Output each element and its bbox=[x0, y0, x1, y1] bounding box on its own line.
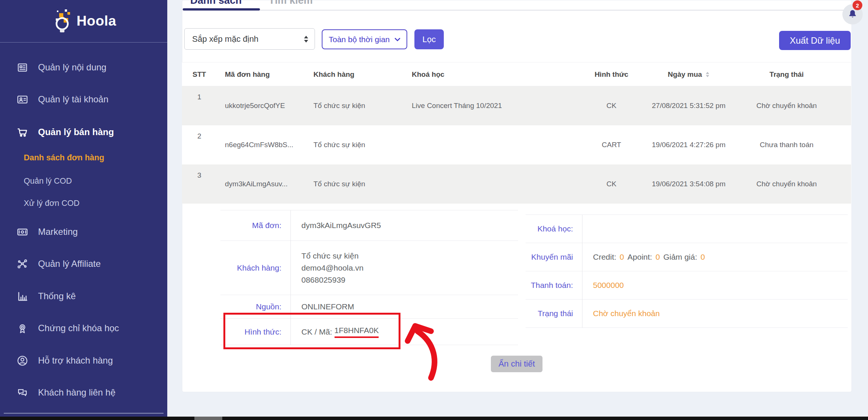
customer-name: Tổ chức sự kiện bbox=[301, 251, 359, 260]
col-header-trang-thai[interactable]: Trạng thái bbox=[728, 62, 845, 87]
col-header-stt[interactable]: STT bbox=[188, 62, 211, 87]
detail-label: Khách hàng: bbox=[220, 263, 290, 272]
sidebar-item-label: Thống kê bbox=[38, 291, 76, 301]
col-header-ma-don-hang[interactable]: Mã đơn hàng bbox=[225, 62, 313, 87]
sidebar-item-thong-ke[interactable]: Thống kê bbox=[17, 290, 76, 303]
export-data-button[interactable]: Xuất Dữ liệu bbox=[779, 31, 851, 50]
sidebar-item-label: Quản lý bán hàng bbox=[38, 127, 114, 137]
sidebar-item-label: Marketing bbox=[38, 227, 78, 237]
sidebar-divider bbox=[4, 413, 164, 414]
table-header: STT Mã đơn hàng Khách hàng Khoá học Hình… bbox=[182, 62, 851, 86]
sidebar-item-label: Quản lý tài khoản bbox=[38, 94, 108, 105]
sidebar-item-quan-ly-ban-hang[interactable]: Quản lý bán hàng bbox=[17, 126, 114, 138]
sidebar-item-khach-hang-lien-he[interactable]: Khách hàng liên hệ bbox=[17, 386, 116, 399]
credit-value: 0 bbox=[620, 253, 624, 262]
sidebar-subitem-danh-sach-don-hang[interactable]: Danh sách đơn hàng bbox=[24, 152, 104, 163]
annotation-arrow bbox=[399, 320, 448, 384]
share-nodes-icon bbox=[17, 258, 28, 270]
cell-ma-don-hang: ukkotrje5orcQofYE bbox=[225, 86, 313, 125]
detail-row-thanh-toan: Thanh toán: 5000000 bbox=[526, 271, 848, 300]
bottom-taskbar-segment bbox=[194, 417, 222, 420]
active-tab-underline bbox=[183, 8, 260, 11]
cell-khach-hang: Tổ chức sự kiện bbox=[313, 125, 412, 164]
sort-select[interactable]: Sắp xếp mặc định bbox=[184, 28, 315, 50]
sidebar-item-quan-ly-noi-dung[interactable]: Quản lý nội dung bbox=[17, 61, 106, 74]
customer-phone: 0868025939 bbox=[301, 275, 345, 285]
sidebar-item-quan-ly-affiliate[interactable]: Quản lý Affiliate bbox=[17, 257, 101, 270]
cell-trang-thai: Chờ chuyển khoản bbox=[728, 86, 845, 125]
detail-value-ma-don: dym3kAiLmgAsuvGR5 bbox=[290, 210, 518, 241]
detail-row-ma-don: Mã đơn: dym3kAiLmgAsuvGR5 bbox=[220, 210, 518, 241]
order-detail-left-column: Mã đơn: dym3kAiLmgAsuvGR5 Khách hàng: Tổ… bbox=[220, 210, 518, 345]
apoint-label: Apoint: bbox=[628, 253, 652, 262]
filter-button[interactable]: Lọc bbox=[414, 29, 444, 49]
cell-khoa-hoc: Live Concert Tháng 10/2021 bbox=[412, 86, 574, 125]
cell-hinh-thuc: CK bbox=[574, 86, 649, 125]
sort-icon[interactable] bbox=[706, 72, 709, 78]
newspaper-icon bbox=[17, 62, 28, 73]
sidebar-item-chung-chi-khoa-hoc[interactable]: Chứng chỉ khóa học bbox=[17, 322, 119, 335]
bar-chart-icon bbox=[17, 291, 28, 302]
sidebar-item-marketing[interactable]: Marketing bbox=[17, 225, 78, 238]
detail-value-khach-hang: Tổ chức sự kiện demo4@hoola.vn 086802593… bbox=[290, 241, 518, 295]
detail-value-khoa-hoc bbox=[582, 215, 848, 243]
account-card-icon bbox=[17, 94, 28, 105]
cell-khoa-hoc bbox=[412, 125, 574, 164]
cell-hinh-thuc: CART bbox=[574, 125, 649, 164]
cell-stt: 1 bbox=[188, 86, 211, 125]
cell-khach-hang: Tổ chức sự kiện bbox=[313, 164, 412, 204]
payment-reference-code: 1F8HNFA0K bbox=[335, 326, 379, 338]
customer-email: demo4@hoola.vn bbox=[301, 263, 364, 272]
cell-hinh-thuc: CK bbox=[574, 164, 649, 204]
cell-ngay-mua: 19/06/2021 3:54:08 pm bbox=[649, 164, 728, 204]
time-filter-button[interactable]: Toàn bộ thời gian bbox=[322, 29, 407, 49]
detail-label: Trạng thái bbox=[526, 309, 582, 318]
detail-row-khach-hang: Khách hàng: Tổ chức sự kiện demo4@hoola.… bbox=[220, 241, 518, 295]
sidebar-item-label: Hỗ trợ khách hàng bbox=[38, 355, 113, 366]
tab-tim-kiem[interactable]: Tìm kiếm bbox=[269, 0, 313, 6]
order-detail-right-column: Khoá học: Khuyến mãi Credit: 0 Apoint: 0… bbox=[526, 215, 848, 328]
money-bill-icon bbox=[17, 226, 28, 238]
detail-label: Nguồn: bbox=[220, 302, 290, 311]
detail-value-nguon: ONLINEFORM bbox=[290, 295, 518, 319]
sidebar-item-label: Khách hàng liên hệ bbox=[38, 387, 116, 398]
logo[interactable]: Hoola bbox=[0, 0, 167, 43]
cell-trang-thai: Chưa thanh toán bbox=[728, 125, 845, 164]
tab-danh-sach[interactable]: Danh sách bbox=[190, 0, 242, 6]
detail-value-trang-thai: Chờ chuyển khoản bbox=[582, 300, 848, 328]
chevron-down-icon bbox=[394, 38, 400, 41]
detail-value-khuyen-mai: Credit: 0 Apoint: 0 Giảm giá: 0 bbox=[582, 243, 848, 271]
sidebar-item-label: Chứng chỉ khóa học bbox=[38, 323, 119, 333]
detail-value-thanh-toan: 5000000 bbox=[582, 271, 848, 300]
certificate-icon bbox=[17, 323, 28, 334]
sidebar-item-ho-tro-khach-hang[interactable]: Hỗ trợ khách hàng bbox=[17, 354, 113, 367]
col-header-khach-hang[interactable]: Khách hàng bbox=[313, 62, 412, 87]
hide-detail-button[interactable]: Ẩn chi tiết bbox=[491, 356, 542, 372]
time-filter-label: Toàn bộ thời gian bbox=[329, 35, 390, 44]
detail-label: Mã đơn: bbox=[220, 221, 290, 230]
hoola-bulb-icon bbox=[51, 9, 73, 33]
sort-select-value: Sắp xếp mặc định bbox=[192, 34, 258, 44]
col-header-hinh-thuc[interactable]: Hình thức bbox=[574, 62, 649, 87]
cell-trang-thai: Chờ chuyển khoản bbox=[728, 164, 845, 204]
cell-stt: 3 bbox=[188, 164, 211, 204]
bell-icon bbox=[847, 9, 858, 20]
detail-label: Khuyến mãi bbox=[526, 253, 582, 262]
apoint-value: 0 bbox=[656, 253, 660, 262]
col-header-ngay-mua[interactable]: Ngày mua bbox=[649, 62, 728, 87]
tabs-divider-line bbox=[260, 10, 851, 11]
detail-row-trang-thai: Trạng thái Chờ chuyển khoản bbox=[526, 300, 848, 328]
table-row[interactable]: 2 n6eg64CmFsW8bS... Tổ chức sự kiện CART… bbox=[182, 125, 851, 164]
col-header-khoa-hoc[interactable]: Khoá học bbox=[412, 62, 574, 87]
table-row[interactable]: 1 ukkotrje5orcQofYE Tổ chức sự kiện Live… bbox=[182, 86, 851, 125]
giam-gia-value: 0 bbox=[701, 253, 705, 262]
notification-count-badge: 2 bbox=[853, 0, 862, 10]
logo-text: Hoola bbox=[76, 13, 116, 29]
sidebar-item-label: Quản lý Affiliate bbox=[38, 259, 101, 269]
sidebar-item-quan-ly-tai-khoan[interactable]: Quản lý tài khoản bbox=[17, 93, 108, 106]
credit-label: Credit: bbox=[593, 253, 616, 262]
table-row[interactable]: 3 dym3kAiLmgAsuv... Tổ chức sự kiện CK 1… bbox=[182, 164, 851, 204]
sidebar-subitem-quan-ly-cod[interactable]: Quản lý COD bbox=[24, 176, 72, 186]
sidebar-subitem-xu-ly-don-cod[interactable]: Xử lý đơn COD bbox=[24, 198, 79, 208]
sidebar-item-label: Quản lý nội dung bbox=[38, 62, 106, 73]
